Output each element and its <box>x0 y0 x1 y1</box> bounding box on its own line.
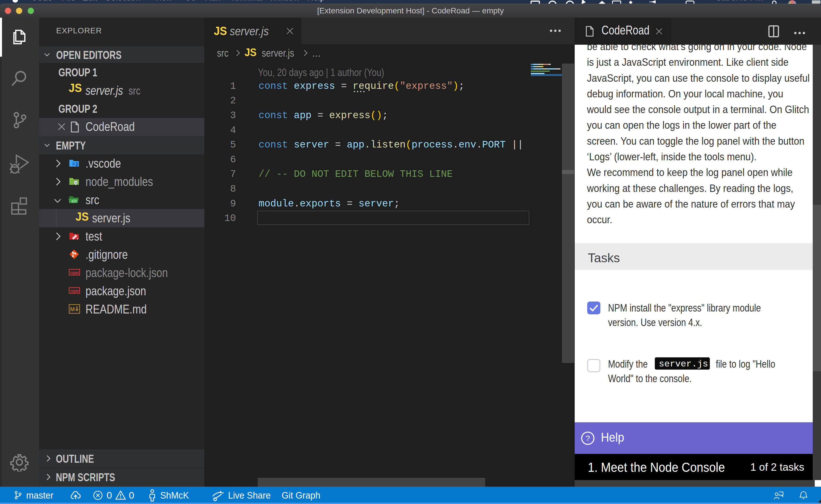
svg-text:npm: npm <box>70 289 79 294</box>
svg-text:M: M <box>70 306 75 312</box>
svg-text:JS: JS <box>74 181 77 184</box>
svg-text:?: ? <box>585 434 590 443</box>
svg-text:npm: npm <box>70 271 79 276</box>
